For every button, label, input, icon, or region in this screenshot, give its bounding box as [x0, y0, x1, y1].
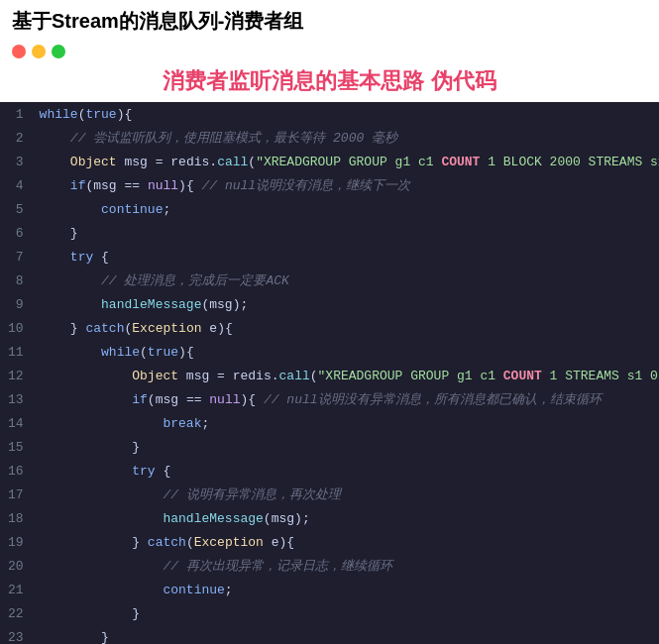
table-row: 10 } catch(Exception e){ [0, 316, 659, 340]
title-bar: 基于Stream的消息队列-消费者组 [0, 0, 659, 39]
line-code: continue; [40, 197, 659, 221]
table-row: 2 // 尝试监听队列，使用阻塞模式，最长等待 2000 毫秒 [0, 126, 659, 150]
line-number: 14 [0, 411, 40, 435]
page-title: 基于Stream的消息队列-消费者组 [12, 10, 303, 32]
dot-yellow [32, 45, 46, 58]
line-number: 17 [0, 483, 40, 506]
line-number: 6 [0, 221, 40, 245]
table-row: 21 continue; [0, 578, 659, 601]
line-number: 4 [0, 173, 40, 197]
line-code: // 说明有异常消息，再次处理 [40, 483, 659, 506]
line-number: 18 [0, 506, 40, 530]
line-code: while(true){ [40, 340, 659, 364]
line-number: 7 [0, 245, 40, 268]
line-number: 1 [0, 102, 40, 126]
table-row: 15 } [0, 435, 659, 459]
table-row: 4 if(msg == null){ // null说明没有消息，继续下一次 [0, 173, 659, 197]
code-area: 1 while(true){ 2 // 尝试监听队列，使用阻塞模式，最长等待 2… [0, 102, 659, 644]
line-number: 20 [0, 554, 40, 578]
line-code: } [40, 435, 659, 459]
code-table: 1 while(true){ 2 // 尝试监听队列，使用阻塞模式，最长等待 2… [0, 102, 659, 644]
line-number: 10 [0, 316, 40, 340]
line-number: 19 [0, 530, 40, 554]
dot-green [52, 45, 65, 58]
line-code: } [40, 221, 659, 245]
table-row: 18 handleMessage(msg); [0, 506, 659, 530]
table-row: 5 continue; [0, 197, 659, 221]
table-row: 7 try { [0, 245, 659, 268]
line-code: // 处理消息，完成后一定要ACK [40, 268, 659, 292]
line-number: 9 [0, 292, 40, 316]
line-number: 21 [0, 578, 40, 601]
line-number: 12 [0, 364, 40, 387]
table-row: 22 } [0, 601, 659, 625]
line-code: Object msg = redis.call("XREADGROUP GROU… [40, 364, 659, 387]
table-row: 23 } [0, 625, 659, 644]
line-code: while(true){ [40, 102, 659, 126]
window-controls [0, 39, 659, 64]
line-number: 23 [0, 625, 40, 644]
line-number: 13 [0, 387, 40, 411]
line-number: 3 [0, 150, 40, 173]
line-code: break; [40, 411, 659, 435]
line-code: try { [40, 245, 659, 268]
line-code: } [40, 625, 659, 644]
line-number: 5 [0, 197, 40, 221]
subtitle: 消费者监听消息的基本思路 伪代码 [0, 64, 659, 102]
table-row: 20 // 再次出现异常，记录日志，继续循环 [0, 554, 659, 578]
line-number: 22 [0, 601, 40, 625]
line-number: 2 [0, 126, 40, 150]
line-code: } catch(Exception e){ [40, 316, 659, 340]
table-row: 12 Object msg = redis.call("XREADGROUP G… [0, 364, 659, 387]
line-code: // 再次出现异常，记录日志，继续循环 [40, 554, 659, 578]
line-number: 15 [0, 435, 40, 459]
line-code: try { [40, 459, 659, 483]
table-row: 17 // 说明有异常消息，再次处理 [0, 483, 659, 506]
line-number: 8 [0, 268, 40, 292]
line-code: handleMessage(msg); [40, 506, 659, 530]
table-row: 11 while(true){ [0, 340, 659, 364]
table-row: 19 } catch(Exception e){ [0, 530, 659, 554]
line-code: if(msg == null){ // null说明没有异常消息，所有消息都已确… [40, 387, 659, 411]
table-row: 14 break; [0, 411, 659, 435]
line-code: if(msg == null){ // null说明没有消息，继续下一次 [40, 173, 659, 197]
line-code: // 尝试监听队列，使用阻塞模式，最长等待 2000 毫秒 [40, 126, 659, 150]
line-code: } catch(Exception e){ [40, 530, 659, 554]
line-code: continue; [40, 578, 659, 601]
line-code: } [40, 601, 659, 625]
table-row: 8 // 处理消息，完成后一定要ACK [0, 268, 659, 292]
table-row: 6 } [0, 221, 659, 245]
table-row: 9 handleMessage(msg); [0, 292, 659, 316]
table-row: 16 try { [0, 459, 659, 483]
line-number: 16 [0, 459, 40, 483]
table-row: 3 Object msg = redis.call("XREADGROUP GR… [0, 150, 659, 173]
table-row: 13 if(msg == null){ // null说明没有异常消息，所有消息… [0, 387, 659, 411]
line-code: handleMessage(msg); [40, 292, 659, 316]
table-row: 1 while(true){ [0, 102, 659, 126]
line-number: 11 [0, 340, 40, 364]
line-code: Object msg = redis.call("XREADGROUP GROU… [40, 150, 659, 173]
dot-red [12, 45, 26, 58]
